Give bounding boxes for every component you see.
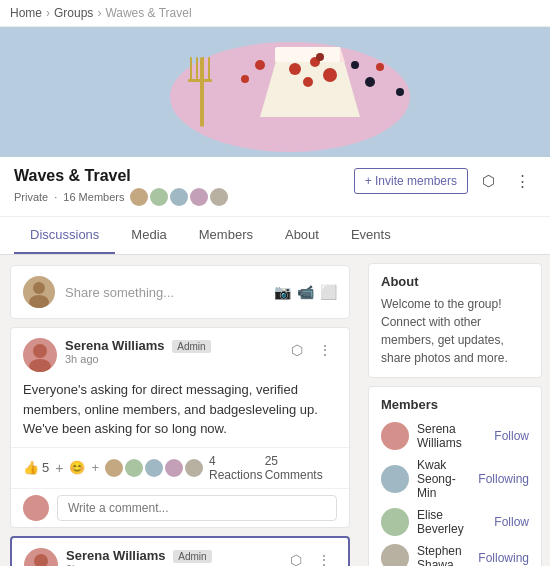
reactor-5 [185,459,203,477]
svg-point-15 [316,53,324,61]
group-header: Waves & Travel Private · 16 Members + In… [0,157,550,217]
svg-point-17 [365,77,375,87]
sidebar-members: Members Serena Williams Follow Kwak Seon… [368,386,542,566]
comment-box [11,488,349,527]
post-2-time: 3h ago [66,563,276,567]
member-avatar-serena [381,422,409,450]
reaction-avatars [105,459,203,477]
group-privacy: Private [14,191,48,203]
plus-icon: + [55,460,63,476]
svg-rect-7 [196,57,198,82]
event-more-icon[interactable]: ⋮ [312,548,336,567]
member-name-4: Stephen Shawa... [417,544,470,566]
share-post-icon[interactable]: ⬡ [285,338,309,362]
video-icon[interactable]: 📹 [297,284,314,300]
svg-point-22 [33,282,45,294]
members-title: Members [381,397,529,412]
post-2-event: Serena Williams Admin 3h ago ⬡ ⋮ added a… [10,536,350,567]
following-button-2[interactable]: Following [478,472,529,486]
reactions-left: 👍 5 + 😊 + 4 Reactions [23,454,265,482]
svg-point-13 [323,68,337,82]
post-1-badge: Admin [172,340,210,353]
like-button[interactable]: 👍 5 [23,460,49,475]
reactor-2 [125,459,143,477]
member-row-1: Serena Williams Follow [381,418,529,454]
tab-events[interactable]: Events [335,217,407,254]
post-1: Serena Williams Admin 3h ago ⬡ ⋮ Everyon… [10,327,350,528]
tabs-bar: Discussions Media Members About Events [0,217,550,255]
post-1-time: 3h ago [65,353,277,365]
member-avatar-stephen [381,544,409,566]
member-avatars [130,188,228,206]
following-button-4[interactable]: Following [478,551,529,565]
share-box: Share something... 📷 📹 ⬜ [10,265,350,319]
member-name-2: Kwak Seong-Min [417,458,470,500]
post-2-header: Serena Williams Admin 3h ago ⬡ ⋮ [12,538,348,567]
svg-rect-8 [202,57,204,82]
member-avatar-4 [190,188,208,206]
commenter-avatar [23,495,49,521]
svg-point-20 [255,60,265,70]
tab-members[interactable]: Members [183,217,269,254]
post-1-actions: ⬡ ⋮ [285,338,337,362]
share-placeholder[interactable]: Share something... [65,285,264,300]
member-avatar-5 [210,188,228,206]
main-content: Share something... 📷 📹 ⬜ Serena Williams… [0,255,550,566]
group-meta: Private · 16 Members [14,188,228,206]
tab-about[interactable]: About [269,217,335,254]
post-1-avatar [23,338,57,372]
svg-rect-4 [275,47,340,62]
share-event-icon[interactable]: ⬡ [284,548,308,567]
member-name-1: Serena Williams [417,422,486,450]
member-row-4: Stephen Shawa... Following [381,540,529,566]
group-actions: + Invite members ⬡ ⋮ [354,167,536,195]
more-options-icon[interactable]: ⋮ [508,167,536,195]
post-2-author-name: Serena Williams [66,548,166,563]
svg-point-23 [29,295,49,308]
svg-rect-6 [190,57,192,82]
post-2-author-info: Serena Williams Admin 3h ago [66,548,276,567]
tab-discussions[interactable]: Discussions [14,217,115,254]
svg-point-25 [29,359,51,372]
member-name-3: Elise Beverley [417,508,486,536]
add-reaction-icon: + [91,460,99,475]
svg-point-11 [289,63,301,75]
post-1-body: Everyone's asking for direct messaging, … [11,378,349,447]
member-avatar-elise [381,508,409,536]
post-2-actions: ⬡ ⋮ [284,548,336,567]
svg-point-18 [376,63,384,71]
attach-icon[interactable]: ⬜ [320,284,337,300]
tab-media[interactable]: Media [115,217,182,254]
sidebar-about: About Welcome to the group! Connect with… [368,263,542,378]
breadcrumb-home[interactable]: Home [10,6,42,20]
comments-count[interactable]: 25 Comments [265,454,337,482]
member-row-2: Kwak Seong-Min Following [381,454,529,504]
svg-point-24 [33,344,47,358]
post-2-badge: Admin [173,550,211,563]
post-1-reactions: 👍 5 + 😊 + 4 Reactions [11,447,349,488]
invite-members-button[interactable]: + Invite members [354,168,468,194]
follow-button-3[interactable]: Follow [494,515,529,529]
about-text: Welcome to the group! Connect with other… [381,295,529,367]
camera-icon[interactable]: 📷 [274,284,291,300]
member-row-3: Elise Beverley Follow [381,504,529,540]
post-more-icon[interactable]: ⋮ [313,338,337,362]
svg-point-26 [34,554,48,567]
about-title: About [381,274,529,289]
feed: Share something... 📷 📹 ⬜ Serena Williams… [0,255,360,566]
share-icon[interactable]: ⬡ [474,167,502,195]
post-1-author-name: Serena Williams [65,338,165,353]
share-avatar [23,276,55,308]
svg-rect-9 [208,57,210,82]
reactor-3 [145,459,163,477]
thumbs-up-icon: 👍 [23,460,39,475]
breadcrumb-groups[interactable]: Groups [54,6,93,20]
emoji-button[interactable]: 😊 [69,460,85,475]
follow-button-1[interactable]: Follow [494,429,529,443]
svg-point-21 [396,88,404,96]
comment-input[interactable] [57,495,337,521]
reactor-4 [165,459,183,477]
member-avatar-kwak [381,465,409,493]
reactor-1 [105,459,123,477]
emoji-icon: 😊 [69,460,85,475]
